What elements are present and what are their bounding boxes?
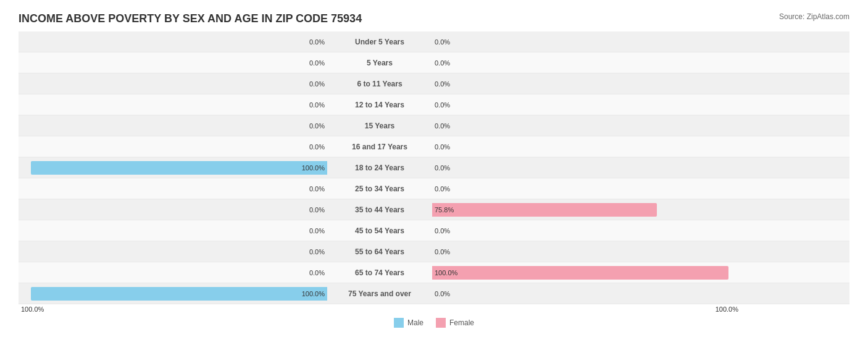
age-label: 35 to 44 Years (327, 206, 432, 214)
age-label: 12 to 14 Years (327, 101, 432, 109)
source-label: Source: ZipAtlas.com (779, 12, 849, 21)
female-bar-container: 0.0% (432, 178, 741, 199)
female-value: 0.0% (435, 38, 450, 46)
chart-row: 0.0%5 Years0.0% (19, 52, 849, 73)
legend: Male Female (19, 318, 849, 328)
female-bar-container: 0.0% (432, 115, 741, 136)
age-label: 65 to 74 Years (327, 268, 432, 277)
chart-area: 0.0%Under 5 Years0.0%0.0%5 Years0.0%0.0%… (19, 31, 849, 304)
chart-row: 0.0%6 to 11 Years0.0% (19, 73, 849, 94)
age-label: 55 to 64 Years (327, 247, 432, 256)
chart-row: 0.0%65 to 74 Years100.0% (19, 262, 849, 283)
female-color-box (436, 318, 446, 328)
age-label: 75 Years and over (327, 289, 432, 298)
bottom-left-label: 100.0% (19, 306, 327, 313)
chart-row: 0.0%25 to 34 Years0.0% (19, 178, 849, 199)
female-value: 0.0% (435, 80, 450, 88)
age-label: 18 to 24 Years (327, 164, 432, 172)
legend-male: Male (394, 318, 424, 328)
female-bar-container: 75.8% (432, 199, 741, 220)
male-bar-container: 0.0% (19, 136, 327, 157)
legend-female: Female (436, 318, 474, 328)
male-bar-container: 100.0% (19, 283, 327, 304)
male-value: 0.0% (309, 143, 325, 151)
male-bar-container: 0.0% (19, 241, 327, 262)
male-bar-container: 0.0% (19, 115, 327, 136)
female-bar-container: 0.0% (432, 241, 741, 262)
male-value: 0.0% (309, 227, 325, 235)
female-bar-container: 0.0% (432, 52, 741, 73)
chart-title: INCOME ABOVE POVERTY BY SEX AND AGE IN Z… (19, 12, 362, 25)
chart-row: 0.0%35 to 44 Years75.8% (19, 199, 849, 220)
male-value: 0.0% (309, 248, 325, 256)
chart-row: 0.0%45 to 54 Years0.0% (19, 220, 849, 241)
age-label: 6 to 11 Years (327, 80, 432, 88)
female-value: 0.0% (435, 185, 450, 193)
male-value: 0.0% (309, 101, 325, 109)
female-value: 0.0% (435, 164, 450, 172)
chart-container: INCOME ABOVE POVERTY BY SEX AND AGE IN Z… (19, 12, 849, 328)
female-label: Female (449, 318, 474, 327)
bottom-labels: 100.0% 100.0% (19, 306, 849, 313)
age-label: Under 5 Years (327, 38, 432, 46)
female-bar-container: 0.0% (432, 136, 741, 157)
female-bar-container: 0.0% (432, 31, 741, 52)
female-value: 0.0% (435, 59, 450, 67)
chart-row: 0.0%16 and 17 Years0.0% (19, 136, 849, 157)
male-label: Male (407, 318, 424, 327)
male-value: 0.0% (309, 185, 325, 193)
chart-row: 0.0%Under 5 Years0.0% (19, 31, 849, 52)
chart-row: 100.0%18 to 24 Years0.0% (19, 157, 849, 178)
male-value: 0.0% (309, 80, 325, 88)
female-bar-container: 0.0% (432, 94, 741, 115)
female-bar: 100.0% (432, 266, 728, 280)
male-bar-container: 100.0% (19, 157, 327, 178)
female-bar-container: 100.0% (432, 262, 741, 283)
male-color-box (394, 318, 404, 328)
female-bar-container: 0.0% (432, 283, 741, 304)
female-value: 0.0% (435, 290, 450, 297)
chart-row: 0.0%15 Years0.0% (19, 115, 849, 136)
male-value: 0.0% (309, 206, 325, 214)
male-value: 0.0% (309, 122, 325, 130)
female-bar-container: 0.0% (432, 73, 741, 94)
age-label: 15 Years (327, 122, 432, 130)
female-value: 0.0% (435, 101, 450, 109)
male-value: 0.0% (309, 269, 325, 276)
female-bar-container: 0.0% (432, 220, 741, 241)
female-bar: 75.8% (432, 203, 657, 217)
female-bar-container: 0.0% (432, 157, 741, 178)
age-label: 16 and 17 Years (327, 143, 432, 151)
age-label: 25 to 34 Years (327, 185, 432, 193)
chart-row: 0.0%12 to 14 Years0.0% (19, 94, 849, 115)
male-bar-container: 0.0% (19, 199, 327, 220)
female-value: 0.0% (435, 227, 450, 235)
chart-row: 0.0%55 to 64 Years0.0% (19, 241, 849, 262)
male-bar-container: 0.0% (19, 52, 327, 73)
male-bar-container: 0.0% (19, 73, 327, 94)
male-bar-container: 0.0% (19, 94, 327, 115)
male-bar-container: 0.0% (19, 262, 327, 283)
male-bar-container: 0.0% (19, 220, 327, 241)
male-value: 0.0% (309, 59, 325, 67)
male-bar-container: 0.0% (19, 31, 327, 52)
age-label: 45 to 54 Years (327, 227, 432, 235)
female-value: 0.0% (435, 122, 450, 130)
bottom-right-label: 100.0% (432, 306, 741, 313)
chart-row: 100.0%75 Years and over0.0% (19, 283, 849, 304)
age-label: 5 Years (327, 59, 432, 67)
male-bar: 100.0% (31, 161, 327, 175)
female-value: 0.0% (435, 248, 450, 256)
male-bar-container: 0.0% (19, 178, 327, 199)
male-value: 0.0% (309, 38, 325, 46)
female-value: 0.0% (435, 143, 450, 151)
male-bar: 100.0% (31, 287, 327, 301)
